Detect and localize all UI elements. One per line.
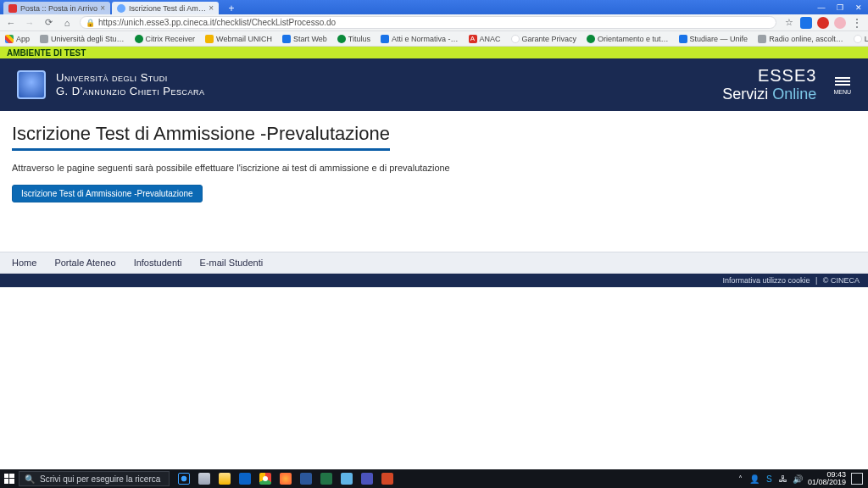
bookmark-label: Start Web bbox=[293, 35, 327, 43]
bookmark-favicon-icon bbox=[282, 35, 291, 43]
extension-icon[interactable] bbox=[800, 17, 812, 29]
apps-icon bbox=[5, 35, 14, 43]
bookmark-label: Citrix Receiver bbox=[146, 35, 196, 43]
excel-icon[interactable] bbox=[317, 469, 336, 488]
maximize-button[interactable]: ❐ bbox=[831, 0, 849, 14]
powerpoint-icon[interactable] bbox=[378, 469, 397, 488]
footer-link-infostudenti[interactable]: Infostudenti bbox=[134, 258, 182, 268]
file-explorer-icon[interactable] bbox=[215, 469, 234, 488]
bookmark-item[interactable]: Garante Privacy bbox=[511, 35, 577, 43]
bookmark-star-icon[interactable]: ☆ bbox=[783, 17, 795, 29]
bookmark-favicon-icon bbox=[587, 35, 595, 43]
start-enrollment-button[interactable]: Iscrizione Test di Ammissione -Prevaluta… bbox=[12, 185, 203, 202]
bookmark-favicon-icon bbox=[511, 35, 520, 43]
cortana-icon[interactable] bbox=[175, 469, 193, 488]
bookmark-item[interactable]: Orientamento e tut… bbox=[587, 35, 669, 43]
clock-date: 01/08/2019 bbox=[808, 479, 846, 486]
action-center-icon[interactable] bbox=[851, 473, 863, 485]
reload-button[interactable]: ⟳ bbox=[42, 17, 54, 29]
bookmark-item[interactable]: Titulus bbox=[337, 35, 370, 43]
bookmark-favicon-icon bbox=[679, 35, 687, 43]
mail-favicon-icon bbox=[8, 4, 17, 13]
svg-rect-1 bbox=[9, 474, 14, 478]
start-button[interactable] bbox=[0, 469, 19, 488]
word-icon[interactable] bbox=[297, 469, 315, 488]
apps-button[interactable]: App bbox=[5, 35, 30, 43]
profile-avatar-icon[interactable] bbox=[834, 17, 846, 29]
tray-skype-icon[interactable]: S bbox=[765, 474, 774, 484]
brand-servizi: Servizi bbox=[722, 86, 772, 103]
bookmarks-bar: App Università degli Stu… Citrix Receive… bbox=[0, 31, 868, 47]
svg-rect-3 bbox=[9, 479, 14, 484]
edge-icon[interactable] bbox=[236, 469, 254, 488]
bookmark-label: Linee guida del Gar… bbox=[865, 35, 868, 43]
svg-rect-0 bbox=[4, 474, 8, 478]
new-tab-button[interactable]: + bbox=[224, 3, 239, 14]
separator: | bbox=[814, 276, 820, 285]
taskbar-pinned bbox=[175, 469, 397, 488]
environment-banner: AMBIENTE DI TEST bbox=[0, 47, 868, 58]
cookie-link[interactable]: Informativa utilizzo cookie bbox=[722, 276, 810, 285]
task-view-icon[interactable] bbox=[195, 469, 214, 488]
bookmark-favicon-icon bbox=[205, 35, 214, 43]
close-icon[interactable]: × bbox=[100, 3, 105, 13]
lock-icon: 🔒 bbox=[86, 19, 95, 27]
tray-chevron-icon[interactable]: ˄ bbox=[736, 474, 745, 484]
chrome-icon[interactable] bbox=[256, 469, 275, 488]
bookmark-label: Webmail UNICH bbox=[216, 35, 272, 43]
home-button[interactable]: ⌂ bbox=[61, 17, 73, 29]
page-content: Iscrizione Test di Ammissione -Prevaluta… bbox=[0, 111, 868, 223]
minimize-button[interactable]: — bbox=[812, 0, 831, 14]
forward-button[interactable]: → bbox=[24, 17, 36, 29]
search-icon: 🔍 bbox=[25, 474, 35, 484]
teams-icon[interactable] bbox=[358, 469, 376, 488]
footer-link-home[interactable]: Home bbox=[12, 258, 36, 268]
address-bar: ← → ⟳ ⌂ 🔒 https://unich.esse3.pp.cineca.… bbox=[0, 14, 868, 31]
bookmark-favicon-icon bbox=[758, 35, 766, 43]
bookmark-item[interactable]: Università degli Stu… bbox=[40, 35, 125, 43]
search-placeholder: Scrivi qui per eseguire la ricerca bbox=[40, 474, 160, 484]
tray-people-icon[interactable]: 👤 bbox=[750, 474, 760, 484]
service-brand: ESSE3 Servizi Online bbox=[722, 66, 816, 103]
svg-rect-2 bbox=[4, 479, 8, 484]
bookmark-item[interactable]: Citrix Receiver bbox=[135, 35, 196, 43]
taskbar-app-icon[interactable] bbox=[337, 469, 356, 488]
bookmark-item[interactable]: Webmail UNICH bbox=[205, 35, 272, 43]
browser-menu-button[interactable]: ⋮ bbox=[851, 17, 863, 29]
url-input[interactable]: 🔒 https://unich.esse3.pp.cineca.it/check… bbox=[80, 16, 776, 29]
brand-servizi-online: Servizi Online bbox=[722, 86, 816, 103]
taskbar-search[interactable]: 🔍 Scrivi qui per eseguire la ricerca bbox=[19, 471, 170, 486]
uni-name-line1: Università degli Studi bbox=[56, 71, 205, 85]
bookmark-item[interactable]: Studiare — Unife bbox=[679, 35, 748, 43]
back-button[interactable]: ← bbox=[5, 17, 17, 29]
firefox-icon[interactable] bbox=[276, 469, 295, 488]
bookmark-item[interactable]: Atti e Normativa -… bbox=[381, 35, 459, 43]
university-logo-icon[interactable] bbox=[17, 70, 46, 99]
bookmark-label: ANAC bbox=[480, 35, 501, 43]
bookmark-item[interactable]: Start Web bbox=[282, 35, 327, 43]
footer-link-portale[interactable]: Portale Ateneo bbox=[54, 258, 115, 268]
environment-label: AMBIENTE DI TEST bbox=[7, 48, 86, 58]
cineca-bar: Informativa utilizzo cookie | © CINECA bbox=[0, 274, 868, 287]
intro-text: Attraverso le pagine seguenti sarà possi… bbox=[12, 163, 856, 173]
bookmark-favicon-icon bbox=[135, 35, 143, 43]
browser-tab-1[interactable]: Posta :: Posta in Arrivo × bbox=[3, 2, 110, 14]
bookmark-favicon-icon bbox=[40, 35, 48, 43]
extension-icon[interactable] bbox=[817, 17, 829, 29]
bookmark-item[interactable]: Linee guida del Gar… bbox=[854, 35, 868, 43]
window-controls: — ❐ ✕ bbox=[812, 0, 868, 14]
tray-network-icon[interactable]: 🖧 bbox=[779, 474, 788, 484]
taskbar-clock[interactable]: 09:43 01/08/2019 bbox=[808, 471, 846, 486]
close-icon[interactable]: × bbox=[209, 3, 214, 13]
bookmark-label: Atti e Normativa -… bbox=[392, 35, 459, 43]
bookmark-item[interactable]: Radio online, ascolt… bbox=[758, 35, 843, 43]
footer-links: Home Portale Ateneo Infostudenti E-mail … bbox=[0, 252, 868, 274]
tray-volume-icon[interactable]: 🔊 bbox=[793, 474, 803, 484]
bookmark-item[interactable]: AANAC bbox=[469, 35, 501, 43]
close-window-button[interactable]: ✕ bbox=[849, 0, 868, 14]
bookmark-favicon-icon bbox=[337, 35, 346, 43]
footer-link-email[interactable]: E-mail Studenti bbox=[200, 258, 264, 268]
menu-button[interactable]: MENU bbox=[833, 75, 851, 95]
browser-tab-2[interactable]: Iscrizione Test di Ammissione -P × bbox=[112, 2, 219, 14]
browser-tabs-bar: Posta :: Posta in Arrivo × Iscrizione Te… bbox=[0, 0, 868, 14]
